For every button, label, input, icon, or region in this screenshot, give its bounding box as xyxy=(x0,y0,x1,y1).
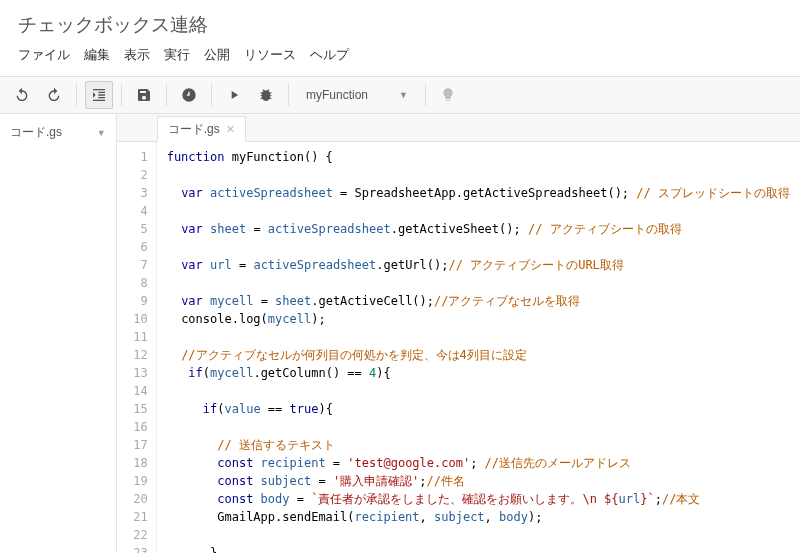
redo-button[interactable] xyxy=(40,81,68,109)
clock-icon xyxy=(181,87,197,103)
tab-label: コード.gs xyxy=(168,121,220,138)
close-icon[interactable]: ✕ xyxy=(226,123,235,136)
indent-icon xyxy=(91,87,107,103)
main: コード.gs ▼ コード.gs ✕ 1234567891011121314151… xyxy=(0,114,800,553)
code-content[interactable]: function myFunction() { var activeSpread… xyxy=(157,142,800,553)
code-line[interactable]: } xyxy=(167,544,790,553)
code-line[interactable]: // 送信するテキスト xyxy=(167,436,790,454)
save-button[interactable] xyxy=(130,81,158,109)
toolbar-separator xyxy=(288,84,289,106)
toolbar-separator xyxy=(166,84,167,106)
bug-icon xyxy=(258,87,274,103)
gutter: 1234567891011121314151617181920212223242… xyxy=(117,142,157,553)
code-line[interactable]: //アクティブなセルが何列目の何処かを判定、今は4列目に設定 xyxy=(167,346,790,364)
menu-view[interactable]: 表示 xyxy=(124,46,150,64)
code-line[interactable] xyxy=(167,166,790,184)
code-area[interactable]: 1234567891011121314151617181920212223242… xyxy=(117,142,800,553)
sidebar: コード.gs ▼ xyxy=(0,114,117,553)
hint-button[interactable] xyxy=(434,81,462,109)
redo-icon xyxy=(46,87,62,103)
code-line[interactable] xyxy=(167,418,790,436)
code-line[interactable] xyxy=(167,238,790,256)
menubar: ファイル 編集 表示 実行 公開 リソース ヘルプ xyxy=(18,46,782,70)
tab-code[interactable]: コード.gs ✕ xyxy=(157,116,246,142)
menu-resources[interactable]: リソース xyxy=(244,46,296,64)
code-line[interactable]: const recipient = 'test@google.com'; //送… xyxy=(167,454,790,472)
code-line[interactable]: const subject = '購入申請確認';//件名 xyxy=(167,472,790,490)
play-icon xyxy=(227,88,241,102)
chevron-down-icon: ▼ xyxy=(399,90,408,100)
tabbar: コード.gs ✕ xyxy=(117,114,800,142)
code-line[interactable]: const body = `責任者が承認をしました、確認をお願いします。\n $… xyxy=(167,490,790,508)
project-title: チェックボックス連絡 xyxy=(18,12,782,38)
code-line[interactable] xyxy=(167,526,790,544)
code-line[interactable] xyxy=(167,274,790,292)
menu-edit[interactable]: 編集 xyxy=(84,46,110,64)
toolbar-separator xyxy=(121,84,122,106)
menu-file[interactable]: ファイル xyxy=(18,46,70,64)
run-button[interactable] xyxy=(220,81,248,109)
menu-run[interactable]: 実行 xyxy=(164,46,190,64)
code-line[interactable]: var sheet = activeSpreadsheet.getActiveS… xyxy=(167,220,790,238)
lightbulb-icon xyxy=(440,87,456,103)
code-line[interactable] xyxy=(167,382,790,400)
function-select[interactable]: myFunction ▼ xyxy=(297,82,417,108)
code-line[interactable]: var activeSpreadsheet = SpreadsheetApp.g… xyxy=(167,184,790,202)
indent-button[interactable] xyxy=(85,81,113,109)
toolbar-separator xyxy=(425,84,426,106)
toolbar: myFunction ▼ xyxy=(0,76,800,114)
header: チェックボックス連絡 ファイル 編集 表示 実行 公開 リソース ヘルプ xyxy=(0,0,800,76)
code-line[interactable] xyxy=(167,202,790,220)
undo-icon xyxy=(14,87,30,103)
undo-button[interactable] xyxy=(8,81,36,109)
code-line[interactable]: console.log(mycell); xyxy=(167,310,790,328)
toolbar-separator xyxy=(76,84,77,106)
function-select-label: myFunction xyxy=(306,88,368,102)
history-button[interactable] xyxy=(175,81,203,109)
debug-button[interactable] xyxy=(252,81,280,109)
save-icon xyxy=(136,87,152,103)
sidebar-item-code[interactable]: コード.gs ▼ xyxy=(0,120,116,145)
code-line[interactable]: GmailApp.sendEmail(recipient, subject, b… xyxy=(167,508,790,526)
code-line[interactable]: if(value == true){ xyxy=(167,400,790,418)
editor: コード.gs ✕ 1234567891011121314151617181920… xyxy=(117,114,800,553)
sidebar-item-label: コード.gs xyxy=(10,124,62,141)
chevron-down-icon: ▼ xyxy=(97,128,106,138)
menu-help[interactable]: ヘルプ xyxy=(310,46,349,64)
toolbar-separator xyxy=(211,84,212,106)
code-line[interactable]: var mycell = sheet.getActiveCell();//アクテ… xyxy=(167,292,790,310)
code-line[interactable]: function myFunction() { xyxy=(167,148,790,166)
code-line[interactable]: if(mycell.getColumn() == 4){ xyxy=(167,364,790,382)
code-line[interactable]: var url = activeSpreadsheet.getUrl();// … xyxy=(167,256,790,274)
menu-publish[interactable]: 公開 xyxy=(204,46,230,64)
code-line[interactable] xyxy=(167,328,790,346)
